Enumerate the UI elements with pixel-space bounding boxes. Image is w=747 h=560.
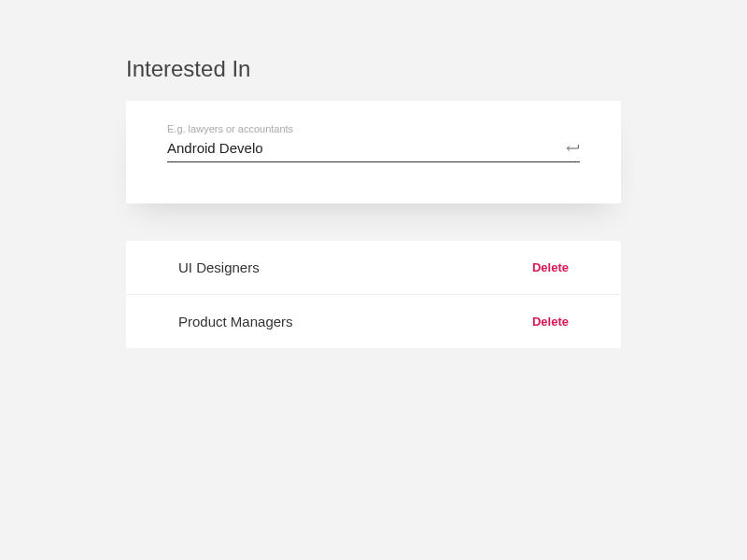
interest-list: UI Designers Delete Product Managers Del… — [126, 241, 621, 348]
list-item: UI Designers Delete — [126, 241, 621, 295]
page-title: Interested In — [126, 56, 621, 82]
interest-input[interactable] — [167, 140, 565, 156]
input-row — [167, 140, 580, 162]
item-label: UI Designers — [178, 259, 260, 275]
container: Interested In E.g. lawyers or accountant… — [0, 0, 747, 348]
delete-button[interactable]: Delete — [532, 260, 569, 274]
delete-button[interactable]: Delete — [532, 315, 569, 329]
item-label: Product Managers — [178, 314, 293, 329]
enter-icon[interactable] — [565, 143, 580, 154]
input-hint: E.g. lawyers or accountants — [167, 123, 580, 134]
input-card: E.g. lawyers or accountants — [126, 101, 621, 203]
list-item: Product Managers Delete — [126, 295, 621, 348]
